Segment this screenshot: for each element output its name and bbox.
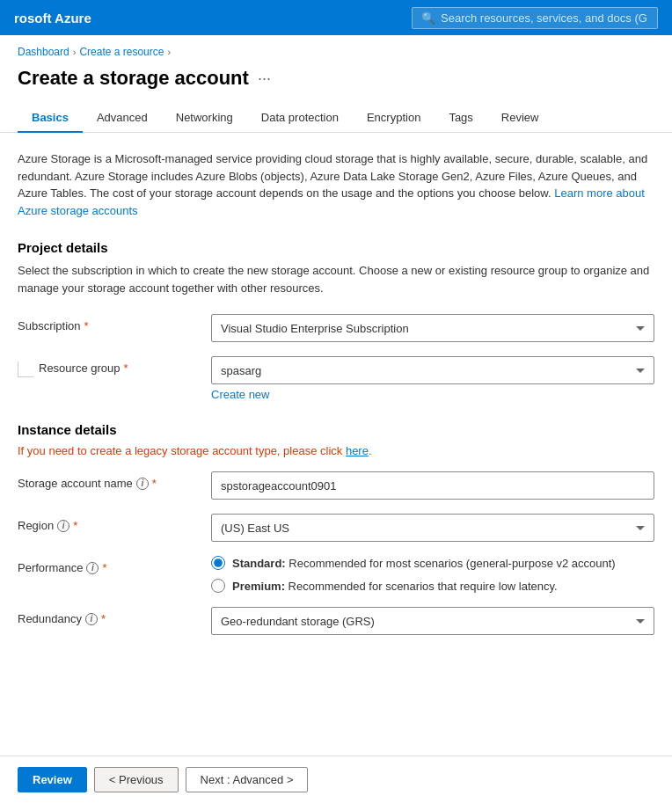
project-details-title: Project details (18, 240, 654, 255)
storage-name-input[interactable] (211, 471, 654, 500)
redundancy-info-icon[interactable]: i (85, 613, 98, 625)
page-title: Create a storage account (18, 67, 249, 90)
performance-option-standard[interactable]: Standard: Recommended for most scenarios… (211, 556, 654, 570)
tab-bar: Basics Advanced Networking Data protecti… (0, 104, 672, 133)
breadcrumb-sep-1: › (73, 47, 77, 57)
tab-networking[interactable]: Networking (162, 104, 247, 133)
instance-note-link[interactable]: here (346, 444, 369, 457)
performance-label: Performance i * (18, 556, 211, 574)
storage-name-label: Storage account name i * (18, 471, 211, 490)
region-label: Region i * (18, 514, 211, 532)
region-dropdown[interactable]: (US) East US (211, 514, 654, 542)
review-button[interactable]: Review (18, 767, 87, 792)
instance-note: If you need to create a legacy storage a… (18, 444, 654, 457)
performance-required: * (102, 561, 106, 574)
search-input[interactable] (441, 11, 648, 25)
region-required: * (73, 519, 77, 532)
instance-details-title: Instance details (18, 422, 654, 437)
previous-button[interactable]: < Previous (94, 767, 179, 792)
project-details-desc: Select the subscription in which to crea… (18, 262, 654, 296)
region-control: (US) East US (211, 514, 654, 542)
breadcrumb-dashboard[interactable]: Dashboard (18, 46, 69, 58)
redundancy-control: Geo-redundant storage (GRS) (211, 607, 654, 635)
performance-radio-premium[interactable] (211, 579, 225, 593)
redundancy-label: Redundancy i * (18, 607, 211, 625)
storage-name-info-icon[interactable]: i (136, 478, 149, 490)
tab-tags[interactable]: Tags (435, 104, 486, 133)
description-text: Azure Storage is a Microsoft-managed ser… (18, 150, 654, 219)
resource-group-row: Resource group * spasarg Create new (18, 356, 654, 401)
redundancy-row: Redundancy i * Geo-redundant storage (GR… (18, 607, 654, 635)
performance-row: Performance i * Standard: Recommended fo… (18, 556, 654, 593)
breadcrumb: Dashboard › Create a resource › (0, 35, 672, 62)
subscription-row: Subscription * Visual Studio Enterprise … (18, 314, 654, 342)
tab-advanced[interactable]: Advanced (83, 104, 162, 133)
resource-group-control: spasarg Create new (211, 356, 654, 401)
region-row: Region i * (US) East US (18, 514, 654, 542)
instance-details-section: Instance details If you need to create a… (18, 422, 654, 635)
main-container: Dashboard › Create a resource › Create a… (0, 35, 672, 803)
page-title-area: Create a storage account ··· (0, 62, 672, 104)
performance-radio-group: Standard: Recommended for most scenarios… (211, 556, 654, 593)
search-icon: 🔍 (421, 11, 435, 25)
performance-info-icon[interactable]: i (86, 562, 99, 574)
bottom-bar: Review < Previous Next : Advanced > (0, 756, 672, 803)
redundancy-chevron-icon (636, 619, 645, 624)
storage-name-control (211, 471, 654, 500)
next-button[interactable]: Next : Advanced > (186, 767, 309, 792)
page-options-dots[interactable]: ··· (258, 69, 271, 88)
project-details-section: Project details Select the subscription … (18, 240, 654, 401)
resource-group-dropdown[interactable]: spasarg (211, 356, 654, 384)
storage-name-required: * (152, 477, 157, 490)
tab-review[interactable]: Review (487, 104, 553, 133)
search-box[interactable]: 🔍 (412, 7, 658, 29)
storage-name-row: Storage account name i * (18, 471, 654, 500)
region-info-icon[interactable]: i (57, 520, 69, 532)
app-title: rosoft Azure (14, 11, 91, 26)
resource-group-required: * (124, 361, 128, 375)
breadcrumb-sep-2: › (167, 47, 171, 57)
resource-group-label: Resource group (39, 361, 121, 375)
subscription-required: * (84, 319, 89, 332)
subscription-chevron-icon (636, 326, 645, 331)
top-navigation-bar: rosoft Azure 🔍 (0, 0, 672, 35)
region-chevron-icon (636, 526, 645, 530)
tab-data-protection[interactable]: Data protection (247, 104, 353, 133)
content-area: Azure Storage is a Microsoft-managed ser… (0, 133, 672, 719)
tab-basics[interactable]: Basics (18, 104, 83, 133)
redundancy-required: * (101, 612, 106, 625)
create-new-link[interactable]: Create new (211, 388, 269, 401)
breadcrumb-create-resource[interactable]: Create a resource (79, 46, 164, 58)
performance-option-premium[interactable]: Premium: Recommended for scenarios that … (211, 579, 654, 593)
subscription-label: Subscription * (18, 314, 211, 332)
resource-group-chevron-icon (636, 369, 645, 373)
tab-encryption[interactable]: Encryption (353, 104, 435, 133)
performance-standard-label: Standard: Recommended for most scenarios… (232, 557, 616, 570)
subscription-control: Visual Studio Enterprise Subscription (211, 314, 654, 342)
resource-group-label-area: Resource group * (18, 356, 211, 377)
performance-control: Standard: Recommended for most scenarios… (211, 556, 654, 593)
performance-premium-label: Premium: Recommended for scenarios that … (232, 580, 558, 593)
subscription-dropdown[interactable]: Visual Studio Enterprise Subscription (211, 314, 654, 342)
redundancy-dropdown[interactable]: Geo-redundant storage (GRS) (211, 607, 654, 635)
performance-radio-standard[interactable] (211, 556, 225, 570)
